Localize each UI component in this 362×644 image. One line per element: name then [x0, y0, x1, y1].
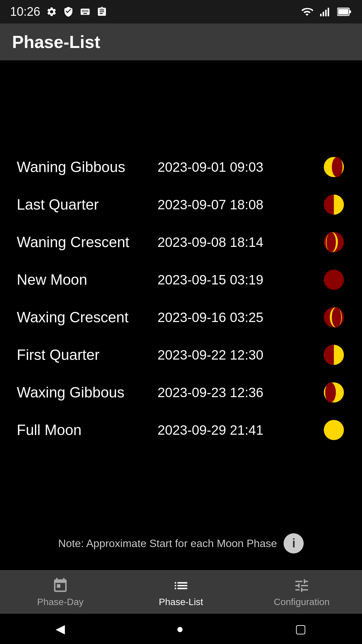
moon-icon-waxing-gibbous — [322, 381, 345, 404]
nav-label-phase-day: Phase-Day — [37, 597, 84, 607]
nav-configuration[interactable]: Configuration — [241, 577, 362, 607]
note-text: Note: Approximate Start for each Moon Ph… — [58, 537, 277, 550]
battery-icon — [337, 6, 352, 18]
phase-date: 2023-09-15 03:19 — [158, 272, 322, 287]
status-time: 10:26 — [10, 5, 40, 19]
svg-rect-3 — [328, 8, 329, 16]
svg-point-13 — [324, 270, 344, 290]
phase-name: Full Moon — [17, 422, 158, 438]
main-content: Waning Gibbous 2023-09-01 09:03 Last Qua… — [0, 60, 362, 570]
phase-date: 2023-09-22 12:30 — [158, 347, 322, 363]
list-item[interactable]: Waxing Gibbous 2023-09-23 12:36 — [17, 374, 345, 411]
nav-label-phase-list: Phase-List — [159, 597, 203, 607]
page-title: Phase-List — [12, 32, 100, 52]
bottom-nav: Phase-Day Phase-List Configuration — [0, 570, 362, 614]
clipboard-icon — [97, 6, 107, 17]
phase-date: 2023-09-29 21:41 — [158, 423, 322, 438]
moon-icon-waning-gibbous — [322, 156, 345, 178]
svg-point-12 — [326, 232, 336, 252]
phase-date: 2023-09-07 18:08 — [158, 197, 322, 212]
svg-rect-0 — [320, 14, 322, 16]
svg-point-8 — [332, 157, 343, 177]
phase-date: 2023-09-01 09:03 — [158, 160, 322, 175]
phase-date: 2023-09-08 18:14 — [158, 235, 322, 250]
svg-point-20 — [324, 420, 344, 440]
signal-icon — [319, 6, 331, 18]
moon-icon-full-moon — [322, 419, 345, 441]
status-bar: 10:26 — [0, 0, 362, 23]
list-item[interactable]: Waning Gibbous 2023-09-01 09:03 — [17, 148, 345, 186]
recents-button[interactable]: ▢ — [295, 622, 306, 636]
phase-date: 2023-09-23 12:36 — [158, 385, 322, 400]
nav-label-configuration: Configuration — [274, 597, 330, 607]
moon-icon-first-quarter — [322, 343, 345, 366]
nav-phase-list[interactable]: Phase-List — [121, 577, 241, 607]
shield-icon — [63, 6, 74, 17]
list-item[interactable]: First Quarter 2023-09-22 12:30 — [17, 336, 345, 374]
keyboard-icon — [80, 6, 90, 17]
svg-rect-2 — [325, 10, 327, 16]
list-item[interactable]: New Moon 2023-09-15 03:19 — [17, 261, 345, 299]
note-section: Note: Approximate Start for each Moon Ph… — [0, 523, 362, 564]
phase-list: Waning Gibbous 2023-09-01 09:03 Last Qua… — [0, 74, 362, 523]
wifi-icon — [301, 6, 313, 18]
moon-icon-new-moon — [322, 268, 345, 291]
calendar-icon — [52, 577, 69, 594]
list-item[interactable]: Full Moon 2023-09-29 21:41 — [17, 411, 345, 449]
phase-name: Waning Gibbous — [17, 159, 158, 175]
svg-rect-5 — [349, 10, 351, 13]
moon-icon-waxing-crescent — [322, 306, 345, 329]
nav-phase-day[interactable]: Phase-Day — [0, 577, 121, 607]
moon-icon-waning-crescent — [322, 231, 345, 254]
app-bar: Phase-List — [0, 23, 362, 60]
android-nav: ◀ ● ▢ — [0, 614, 362, 644]
svg-rect-1 — [323, 12, 324, 16]
phase-name: Waning Crescent — [17, 234, 158, 251]
phase-name: First Quarter — [17, 346, 158, 363]
config-icon — [293, 577, 310, 594]
phase-name: Waxing Crescent — [17, 309, 158, 326]
svg-point-16 — [332, 307, 341, 327]
phase-name: New Moon — [17, 271, 158, 288]
list-item[interactable]: Waxing Crescent 2023-09-16 03:25 — [17, 299, 345, 336]
back-button[interactable]: ◀ — [56, 622, 65, 636]
info-button[interactable]: i — [284, 533, 304, 553]
list-item[interactable]: Last Quarter 2023-09-07 18:08 — [17, 186, 345, 223]
phase-date: 2023-09-16 03:25 — [158, 310, 322, 325]
home-button[interactable]: ● — [176, 622, 184, 636]
svg-point-19 — [325, 382, 336, 402]
phase-name: Last Quarter — [17, 196, 158, 213]
list-item[interactable]: Waning Crescent 2023-09-08 18:14 — [17, 223, 345, 261]
list-icon — [173, 577, 189, 594]
gear-icon — [46, 6, 57, 17]
svg-rect-6 — [338, 9, 348, 15]
moon-icon-last-quarter — [322, 193, 345, 216]
phase-name: Waxing Gibbous — [17, 384, 158, 401]
